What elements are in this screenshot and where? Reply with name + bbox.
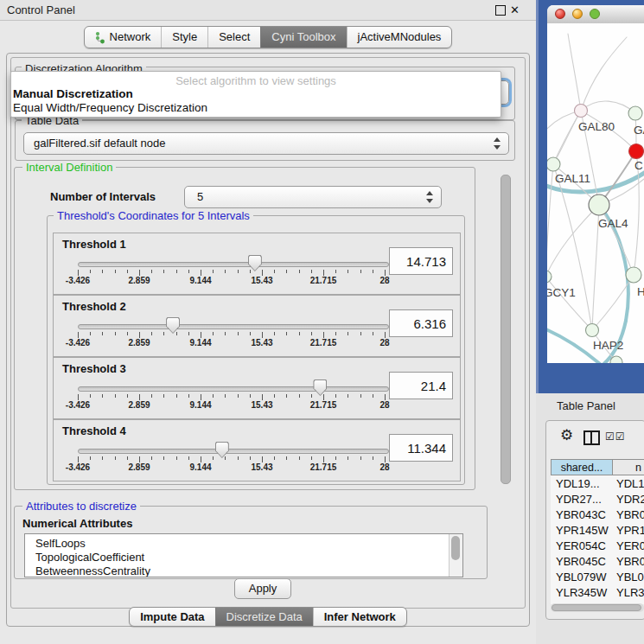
attributes-group-title: Attributes to discretize [22,500,140,513]
network-node-gal11[interactable] [547,157,560,171]
table-panel-region: Table Panel ⚙ ☑☑ shared...nYDL19...YDL1Y… [536,393,644,644]
window-minimize-button[interactable] [572,9,583,19]
tab-style[interactable]: Style [161,27,207,48]
slider-tick-label: -3.426 [59,276,97,285]
slider-tick-label: 28 [366,400,404,410]
network-node-hap2[interactable] [586,324,599,337]
network-edge[interactable] [581,37,627,111]
network-edge[interactable] [599,205,634,275]
threshold-3-label: Threshold 3 [62,362,126,375]
tab-discretize-data[interactable]: Discretize Data [215,608,313,626]
network-edge[interactable] [547,164,553,277]
column-header-shared-name[interactable]: shared... [551,459,613,475]
table-row-ybl079w[interactable]: YBL079WYBL0 [551,570,644,585]
algorithm-dropdown-popup: Select algorithm to view settings Manual… [10,71,501,118]
dropdown-option-manual-discretization[interactable]: Manual Discretization [11,87,501,101]
threshold-2-slider-track[interactable] [78,324,389,329]
network-canvas[interactable]: GAL80GACGAL11GAL4GCY1HHAP2 [547,23,644,363]
top-tab-bar: NetworkStyleSelectCyni ToolboxjActiveMNo… [0,26,536,48]
network-node-gal80[interactable] [575,105,588,118]
table-row-ypr145w[interactable]: YPR145WYPR1 [551,523,644,539]
tab-cyni-toolbox[interactable]: Cyni Toolbox [260,27,346,48]
table-row-ylr345w[interactable]: YLR345WYLR3 [551,585,644,601]
window-zoom-button[interactable] [590,9,600,19]
float-panel-icon[interactable] [495,5,506,16]
network-node-h[interactable] [626,267,641,283]
gear-icon[interactable]: ⚙ [560,428,573,443]
threshold-4-value-input[interactable]: 11.344 [389,434,453,462]
table-row-ydr27-[interactable]: YDR27...YDR2 [551,492,644,507]
slider-tick-label: 2.859 [120,338,158,348]
slider-tick-label: 28 [366,276,404,285]
slider-tick-label: 21.715 [304,462,342,472]
network-icon [95,31,105,44]
threshold-2-value-input[interactable]: 6.316 [389,309,453,337]
screenshot-root: Control Panel ✕ NetworkStyleSelectCyni T… [0,0,644,644]
network-node-label: H [637,285,644,298]
control-panel-title: Control Panel [7,0,75,20]
thresholds-group: Threshold 1-3.4262.8599.14415.4321.71528… [47,215,465,485]
threshold-4-panel: Threshold 4-3.4262.8599.14415.4321.71528… [53,419,461,481]
column-header-name[interactable]: n [612,459,644,475]
network-view-window: GAL80GACGAL11GAL4GCY1HHAP2 [547,5,644,363]
table-row-ydl19-[interactable]: YDL19...YDL1 [551,476,644,492]
table-horizontal-scrollbar[interactable] [551,603,644,612]
slider-tick-label: 9.144 [182,276,220,285]
combo-arrows-icon [494,137,501,150]
threshold-1-slider-thumb[interactable] [248,255,262,271]
threshold-4-slider-track[interactable] [78,449,389,454]
table-panel-title: Table Panel [557,399,615,412]
tab-select[interactable]: Select [207,27,260,48]
attribute-item-selfloops[interactable]: SelfLoops [25,537,462,551]
network-edge[interactable] [581,101,635,113]
checkbox-columns-icon[interactable]: ☑☑ [605,430,626,443]
threshold-3-slider-track[interactable] [78,386,389,392]
tab-network[interactable]: Network [85,27,162,48]
network-edge[interactable] [547,205,599,277]
apply-button[interactable]: Apply [234,578,291,599]
tab-infer-network[interactable]: Infer Network [313,608,406,626]
split-table-icon[interactable] [583,430,600,445]
node-attribute-table[interactable]: shared...nYDL19...YDL1YDR27...YDR2YBR043… [551,459,644,604]
threshold-1-value-input[interactable]: 14.713 [389,247,453,275]
network-edge[interactable] [553,111,581,164]
network-edge[interactable] [547,277,592,330]
network-edge[interactable] [568,34,581,111]
close-panel-icon[interactable]: ✕ [510,2,520,19]
attributes-list-scrollbar[interactable] [449,534,462,577]
slider-tick-label: 21.715 [304,400,342,410]
slider-tick-label: 28 [366,462,404,472]
tab-impute-data[interactable]: Impute Data [130,608,214,626]
network-node-label: HAP2 [593,339,623,352]
number-of-intervals-value: 5 [197,187,203,207]
network-node-gal4[interactable] [589,194,609,215]
combo-arrows-icon [426,191,433,203]
slider-tick-label: 28 [366,338,404,348]
window-close-button[interactable] [555,9,565,19]
network-node-gcy1[interactable] [547,271,552,283]
network-window-titlebar[interactable] [547,5,644,24]
table-row-ybr045c[interactable]: YBR045CYBR0 [551,554,644,570]
attribute-item-betweennesscentrality[interactable]: BetweennessCentrality [25,564,462,577]
threshold-4-slider-thumb[interactable] [215,442,229,458]
table-row-ybr043c[interactable]: YBR043CYBR0 [551,507,644,523]
threshold-2-slider-thumb[interactable] [166,317,180,334]
slider-tick-label: 9.144 [182,400,220,410]
number-of-intervals-combobox[interactable]: 5 [184,186,442,208]
tab-jactivemnodules[interactable]: jActiveMNodules [347,27,452,48]
algorithm-hint: Select algorithm to view settings [11,74,501,87]
settings-vertical-scrollbar[interactable] [501,175,511,484]
network-node-ga[interactable] [628,106,642,120]
table-row-yer054c[interactable]: YER054CYER0 [551,539,644,554]
threshold-4-label: Threshold 4 [62,424,126,437]
dropdown-option-equal-width[interactable]: Equal Width/Frequency Discretization [11,101,501,115]
attribute-item-topologicalcoefficient[interactable]: TopologicalCoefficient [25,551,462,564]
threshold-3-value-input[interactable]: 21.4 [389,372,453,399]
table-data-combobox[interactable]: galFiltered.sif default node [23,132,509,155]
numerical-attributes-list[interactable]: SelfLoopsTopologicalCoefficientBetweenne… [24,533,463,577]
network-node-label: GCY1 [547,286,576,299]
threshold-1-slider-track[interactable] [78,262,389,267]
threshold-3-slider-thumb[interactable] [313,379,327,396]
network-node-c[interactable] [629,144,644,159]
network-node-label: GA [634,124,644,137]
